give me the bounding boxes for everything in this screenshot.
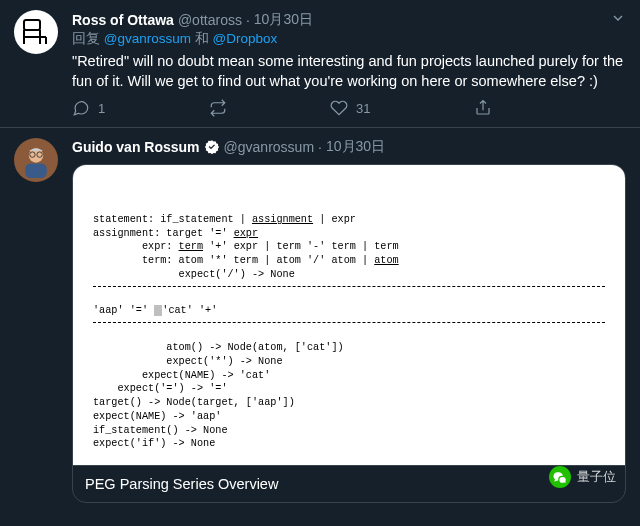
watermark: 量子位 xyxy=(549,466,616,488)
retweet-icon xyxy=(209,99,227,117)
retweet-button[interactable] xyxy=(209,99,227,117)
heart-icon xyxy=(330,99,348,117)
code-line: '+' expr | term '-' term | term xyxy=(203,241,399,252)
watermark-text: 量子位 xyxy=(577,468,616,486)
code-line: expect('=') -> '=' xyxy=(93,383,228,394)
chevron-down-icon xyxy=(610,10,626,26)
wechat-icon xyxy=(549,466,571,488)
handle[interactable]: @ottaross xyxy=(178,12,242,28)
reply-mid: 和 xyxy=(191,31,213,46)
link-card[interactable]: statement: if_statement | assignment | e… xyxy=(72,164,626,503)
code-line: expr: xyxy=(93,241,179,252)
code-line: term: atom '*' term | atom '/' atom | xyxy=(93,255,374,266)
share-icon xyxy=(474,99,492,117)
reply-count: 1 xyxy=(98,101,105,116)
code-line: expect(NAME) -> 'cat' xyxy=(93,370,270,381)
tweet-text: "Retired" will no doubt mean some intere… xyxy=(72,52,626,91)
svg-rect-6 xyxy=(25,164,47,178)
svg-rect-0 xyxy=(24,20,40,30)
code-line: assignment xyxy=(252,214,313,225)
mention-gvanrossum[interactable]: @gvanrossum xyxy=(104,31,191,46)
tweet-header: Ross of Ottawa @ottaross · 10月30日 xyxy=(72,10,626,29)
separator: · xyxy=(318,139,322,155)
divider xyxy=(93,286,605,287)
code-line: expect('*') -> None xyxy=(93,356,283,367)
card-title: PEG Parsing Series Overview xyxy=(73,465,625,502)
code-line: expect('/') -> None xyxy=(93,269,295,280)
code-line: if_statement() -> None xyxy=(93,425,228,436)
tweet-body: Ross of Ottawa @ottaross · 10月30日 回复 @gv… xyxy=(72,10,626,123)
divider xyxy=(93,322,605,323)
reply-line: 回复 @gvanrossum 和 @Dropbox xyxy=(72,30,626,48)
tweet-actions: 1 31 xyxy=(72,99,492,117)
code-line: atom() -> Node(atom, ['cat']) xyxy=(93,342,344,353)
code-line: expect(NAME) -> 'aap' xyxy=(93,411,221,422)
code-line: target() -> Node(target, ['aap']) xyxy=(93,397,295,408)
display-name[interactable]: Ross of Ottawa xyxy=(72,12,174,28)
reply-button[interactable]: 1 xyxy=(72,99,105,117)
card-code-image: statement: if_statement | assignment | e… xyxy=(73,165,625,465)
code-line: expr xyxy=(234,228,258,239)
date[interactable]: 10月30日 xyxy=(254,11,313,29)
chair-icon xyxy=(18,14,54,50)
code-line: atom xyxy=(374,255,398,266)
reply-prefix: 回复 xyxy=(72,31,104,46)
reply-icon xyxy=(72,99,90,117)
code-line: | expr xyxy=(313,214,356,225)
tweet-gvanrossum: Guido van Rossum @gvanrossum · 10月30日 st… xyxy=(0,128,640,507)
code-line: '+' xyxy=(193,305,217,316)
mention-dropbox[interactable]: @Dropbox xyxy=(213,31,278,46)
tweet-header: Guido van Rossum @gvanrossum · 10月30日 xyxy=(72,138,626,156)
avatar[interactable] xyxy=(14,138,58,182)
display-name[interactable]: Guido van Rossum xyxy=(72,139,200,155)
date[interactable]: 10月30日 xyxy=(326,138,385,156)
like-count: 31 xyxy=(356,101,370,116)
tweet-caret-button[interactable] xyxy=(610,10,626,29)
avatar[interactable] xyxy=(14,10,58,54)
verified-badge-icon xyxy=(204,139,220,155)
tweet-body: Guido van Rossum @gvanrossum · 10月30日 st… xyxy=(72,138,626,503)
code-line: statement: if_statement | xyxy=(93,214,252,225)
avatar-column xyxy=(14,138,62,503)
separator: · xyxy=(246,12,250,28)
like-button[interactable]: 31 xyxy=(330,99,370,117)
code-line: assignment: target '=' xyxy=(93,228,234,239)
code-line: term xyxy=(179,241,203,252)
avatar-column xyxy=(14,10,62,123)
tweet-ottaross: Ross of Ottawa @ottaross · 10月30日 回复 @gv… xyxy=(0,0,640,128)
person-icon xyxy=(18,142,54,178)
share-button[interactable] xyxy=(474,99,492,117)
code-line: 'cat' xyxy=(162,305,193,316)
code-line: 'aap' '=' xyxy=(93,305,154,316)
handle[interactable]: @gvanrossum xyxy=(224,139,314,155)
code-line: expect('if') -> None xyxy=(93,438,215,449)
